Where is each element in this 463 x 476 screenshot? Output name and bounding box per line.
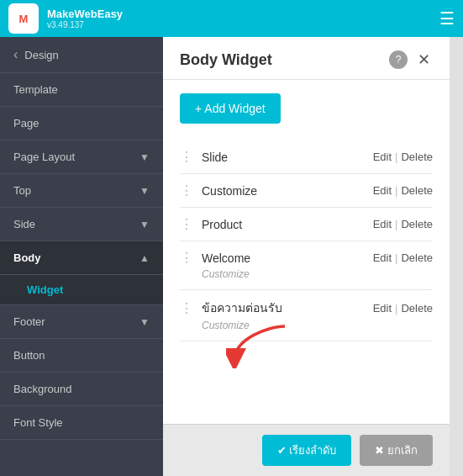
sidebar-item-label: Background [13,383,71,395]
delete-slide-button[interactable]: Delete [401,151,433,163]
sidebar-item-label: Font Style [13,416,63,429]
action-separator: | [395,302,397,315]
sidebar-item-side[interactable]: Side ▼ [0,208,163,241]
sidebar-item-page[interactable]: Page [0,107,163,140]
sidebar-item-template[interactable]: Template [0,73,163,107]
add-widget-button[interactable]: + Add Widget [180,93,281,124]
arrow-annotation [226,322,293,372]
widget-actions-contact: Edit | Delete [373,302,433,315]
modal-title: Body Widget [180,51,382,69]
widget-name-welcome: Welcome [202,251,373,265]
right-strip [450,37,463,476]
sidebar-item-label: Page [13,117,39,130]
widget-row-product: ⋮ Product Edit | Delete [180,208,433,241]
chevron-down-icon: ▼ [139,185,150,197]
modal-panel: Body Widget ? ✕ + Add Widget ⋮ Slide Edi… [163,37,450,476]
delete-customize-button[interactable]: Delete [401,184,433,197]
action-separator: | [395,251,397,264]
widget-actions-customize: Edit | Delete [373,184,433,197]
widget-row-slide: ⋮ Slide Edit | Delete [180,140,433,174]
sidebar-item-footer[interactable]: Footer ▼ [0,305,163,339]
content-area: Body Widget ? ✕ + Add Widget ⋮ Slide Edi… [163,37,450,476]
delete-product-button[interactable]: Delete [401,218,433,230]
chevron-down-icon: ▼ [139,219,150,230]
edit-slide-button[interactable]: Edit [373,151,392,163]
widget-row-contact: ⋮ ข้อความต่อนรับ Edit | Delete Customize [180,290,433,341]
red-arrow-icon [226,322,293,368]
widget-name-slide: Slide [202,151,373,164]
back-arrow-icon: ‹ [13,47,18,62]
edit-customize-button[interactable]: Edit [373,184,392,197]
widget-actions-product: Edit | Delete [373,218,433,230]
logo-text: M [19,13,29,25]
sidebar: ‹ Design Template Page Page Layout ▼ Top… [0,37,163,476]
widget-row-contact-inner: ⋮ ข้อความต่อนรับ Edit | Delete [180,299,433,317]
sidebar-item-font-style[interactable]: Font Style [0,406,163,440]
sidebar-item-label: Body [13,251,41,264]
sidebar-item-label: Template [13,83,58,96]
drag-handle-icon[interactable]: ⋮ [180,216,193,232]
brand-info: MakeWebEasy v3.49.137 [47,8,123,29]
brand-name: MakeWebEasy [47,8,123,20]
main-layout: ‹ Design Template Page Page Layout ▼ Top… [0,37,463,476]
chevron-down-icon: ▼ [139,316,150,328]
chevron-up-icon: ▲ [139,252,150,264]
widget-welcome-sub: Customize [180,266,250,281]
hamburger-icon[interactable]: ☰ [439,8,455,29]
sidebar-item-label: Button [13,349,45,362]
sidebar-back[interactable]: ‹ Design [0,37,163,73]
sidebar-item-page-layout[interactable]: Page Layout ▼ [0,140,163,174]
edit-contact-button[interactable]: Edit [373,302,392,315]
widget-actions-welcome: Edit | Delete [373,251,433,264]
widget-name-product: Product [202,218,373,231]
sidebar-subitem-label: Widget [27,283,63,296]
widget-row-customize: ⋮ Customize Edit | Delete [180,174,433,208]
cancel-button[interactable]: ✖ ยกเลิก [360,435,433,466]
action-separator: | [395,151,397,163]
modal-footer: ✔ เรียงลำดับ ✖ ยกเลิก [163,424,450,476]
widget-customize-link-welcome[interactable]: Customize [202,268,250,280]
sidebar-item-label: Footer [13,315,45,328]
modal-header: Body Widget ? ✕ [163,37,450,80]
action-separator: | [395,218,397,230]
action-separator: | [395,184,397,197]
sidebar-item-top[interactable]: Top ▼ [0,174,163,208]
top-bar: M MakeWebEasy v3.49.137 ☰ [0,0,463,37]
widget-row-welcome: ⋮ Welcome Edit | Delete Customize [180,241,433,290]
drag-handle-icon[interactable]: ⋮ [180,300,193,316]
sidebar-item-widget[interactable]: Widget [0,275,163,305]
chevron-down-icon: ▼ [139,151,150,163]
widget-row-welcome-inner: ⋮ Welcome Edit | Delete [180,250,433,266]
drag-handle-icon[interactable]: ⋮ [180,149,193,165]
widget-name-contact: ข้อความต่อนรับ [202,299,373,317]
sidebar-item-label: Page Layout [13,151,75,163]
sidebar-item-label: Top [13,184,31,197]
drag-handle-icon[interactable]: ⋮ [180,250,193,266]
sidebar-back-label: Design [24,49,58,61]
edit-welcome-button[interactable]: Edit [373,251,392,264]
save-order-button[interactable]: ✔ เรียงลำดับ [262,435,352,466]
logo: M [8,3,39,34]
edit-product-button[interactable]: Edit [373,218,392,230]
sidebar-item-button[interactable]: Button [0,339,163,373]
widget-name-customize: Customize [202,184,373,198]
close-button[interactable]: ✕ [414,50,433,69]
modal-body: + Add Widget ⋮ Slide Edit | Delete ⋮ Cus… [163,80,450,424]
brand-version: v3.49.137 [47,20,123,29]
sidebar-item-label: Side [13,218,35,230]
sidebar-item-body[interactable]: Body ▲ [0,241,163,275]
delete-welcome-button[interactable]: Delete [401,251,433,264]
delete-contact-button[interactable]: Delete [401,302,433,315]
help-button[interactable]: ? [389,50,408,69]
drag-handle-icon[interactable]: ⋮ [180,182,193,198]
sidebar-item-background[interactable]: Background [0,373,163,406]
widget-actions-slide: Edit | Delete [373,151,433,163]
